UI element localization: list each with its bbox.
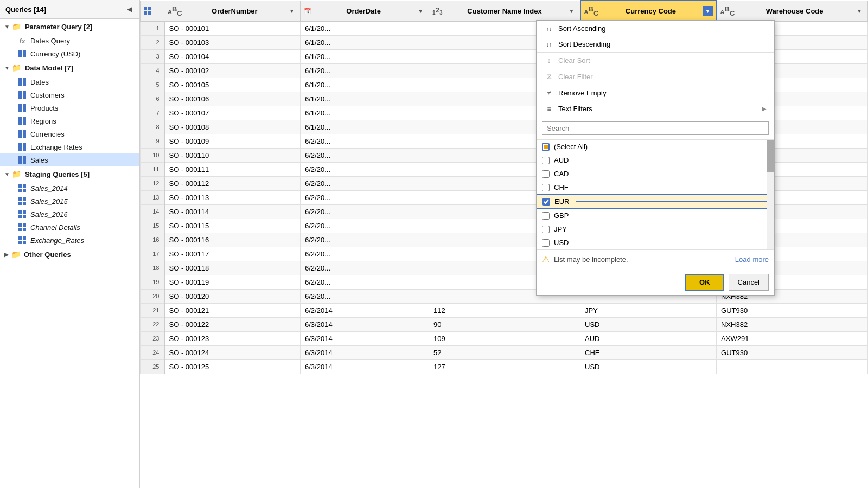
load-more-link[interactable]: Load more: [735, 255, 769, 264]
cell-warehouse: AXW291: [717, 331, 868, 345]
col-order-number-dropdown[interactable]: ▼: [287, 6, 297, 16]
sidebar-item-channel-details[interactable]: Channel Details: [0, 221, 139, 234]
table-icon-customers: [17, 90, 27, 100]
col-order-date-dropdown[interactable]: ▼: [416, 6, 425, 16]
checkbox-item-jpy[interactable]: JPY: [537, 222, 774, 236]
checkbox-item-cad[interactable]: CAD: [537, 167, 774, 181]
col-customer-name-index: 123 Customer Name Index ▼: [429, 1, 580, 21]
sort-descending-item[interactable]: Sort Descending: [537, 36, 774, 52]
cell-date: 6/2/20...: [301, 247, 429, 261]
sidebar-item-sales-2016[interactable]: Sales_2016: [0, 208, 139, 221]
select-all-checkbox[interactable]: [542, 143, 550, 151]
type-icon-ab-currency: ABC: [584, 5, 599, 17]
text-filters-item[interactable]: Text Filters ▶: [537, 101, 774, 117]
checkbox-item-eur[interactable]: EUR: [537, 194, 774, 209]
sidebar-group-header-parameter-query[interactable]: ▼ 📁 Parameter Query [2]: [0, 19, 139, 34]
sidebar-item-dates-query[interactable]: fx Dates Query: [0, 34, 139, 47]
cell-row-num: 3: [141, 49, 164, 63]
cell-cni: 127: [429, 359, 580, 374]
sort-ascending-item[interactable]: Sort Ascending: [537, 21, 774, 36]
filter-search-input[interactable]: [542, 121, 769, 135]
sort-ascending-label: Sort Ascending: [558, 24, 767, 33]
sidebar-item-sales[interactable]: Sales: [0, 153, 139, 166]
table-row: 22 SO - 000122 6/3/2014 90 USD NXH382: [141, 317, 868, 331]
sidebar-item-currency-usd[interactable]: Currency (USD): [0, 47, 139, 60]
sidebar-group-header-staging[interactable]: ▼ 📁 Staging Queries [5]: [0, 166, 139, 182]
sidebar-item-sales-2014[interactable]: Sales_2014: [0, 182, 139, 195]
checkbox-aud[interactable]: [542, 157, 550, 164]
text-filters-label: Text Filters: [558, 105, 758, 113]
cell-row-num: 19: [141, 275, 164, 289]
remove-empty-icon: ≠: [544, 89, 554, 97]
sidebar-item-products[interactable]: Products: [0, 101, 139, 114]
cell-row-num: 9: [141, 134, 164, 148]
checkbox-usd[interactable]: [542, 239, 550, 247]
sidebar-item-exchange-rates-staging[interactable]: Exchange_Rates: [0, 234, 139, 247]
clear-sort-label: Clear Sort: [558, 56, 767, 65]
sidebar-item-customers[interactable]: Customers: [0, 88, 139, 101]
scrollbar-thumb[interactable]: [767, 140, 774, 172]
table-icon-channel-details: [17, 222, 27, 232]
sidebar-item-dates[interactable]: Dates: [0, 75, 139, 88]
sidebar-item-label-dates-query: Dates Query: [30, 37, 70, 45]
table-row: 24 SO - 000124 6/3/2014 52 CHF GUT930: [141, 345, 868, 359]
scrollbar-track[interactable]: [767, 140, 774, 249]
sidebar-item-currencies[interactable]: Currencies: [0, 127, 139, 140]
cell-order: SO - 000113: [164, 190, 301, 204]
cell-row-num: 18: [141, 261, 164, 275]
cell-order: SO - 000122: [164, 317, 301, 331]
col-order-date: 📅 OrderDate ▼: [301, 1, 429, 21]
cell-date: 6/3/2014: [301, 359, 429, 374]
col-customer-name-index-dropdown[interactable]: ▼: [567, 6, 577, 16]
checkbox-eur[interactable]: [542, 198, 550, 206]
col-currency-code-dropdown[interactable]: ▼: [703, 6, 713, 16]
cancel-button[interactable]: Cancel: [729, 274, 769, 291]
cell-row-num: 25: [141, 359, 164, 374]
checkbox-item-gbp[interactable]: GBP: [537, 209, 774, 222]
checkbox-chf[interactable]: [542, 184, 550, 191]
sidebar-collapse-button[interactable]: ◀: [125, 4, 134, 14]
sort-descending-icon: [544, 41, 554, 48]
sidebar-item-sales-2015[interactable]: Sales_2015: [0, 195, 139, 208]
warning-text: List may be incomplete.: [554, 255, 731, 264]
group-label-staging: Staging Queries [5]: [25, 170, 90, 178]
cell-order: SO - 000117: [164, 247, 301, 261]
col-warehouse-code-dropdown[interactable]: ▼: [854, 6, 864, 16]
table-icon-currency: [17, 49, 27, 59]
cell-date: 6/2/20...: [301, 261, 429, 275]
checkbox-item-chf[interactable]: CHF: [537, 181, 774, 194]
checkbox-jpy[interactable]: [542, 226, 550, 233]
checkbox-list: (Select All) AUD CAD CHF EUR: [537, 140, 774, 249]
checkbox-gbp[interactable]: [542, 212, 550, 220]
remove-empty-item[interactable]: ≠ Remove Empty: [537, 85, 774, 101]
sidebar-group-header-data-model[interactable]: ▼ 📁 Data Model [7]: [0, 60, 139, 75]
remove-empty-label: Remove Empty: [558, 89, 767, 97]
sidebar-item-regions[interactable]: Regions: [0, 114, 139, 127]
cell-order: SO - 000112: [164, 176, 301, 190]
arrow-icon-staging: ▼: [4, 171, 10, 177]
cell-row-num: 8: [141, 120, 164, 134]
cell-row-num: 16: [141, 233, 164, 247]
sidebar-group-staging-queries: ▼ 📁 Staging Queries [5] Sales_2014 Sales…: [0, 166, 139, 247]
clear-sort-item: ↕ Clear Sort: [537, 53, 774, 68]
cell-order: SO - 000106: [164, 92, 301, 106]
checkbox-item-usd[interactable]: USD: [537, 236, 774, 249]
cell-order: SO - 000118: [164, 261, 301, 275]
col-customer-name-index-label: Customer Name Index: [444, 7, 564, 15]
checkbox-cad[interactable]: [542, 170, 550, 178]
cell-order: SO - 000105: [164, 78, 301, 92]
table-icon-sales-2014: [17, 183, 27, 193]
cell-order: SO - 000114: [164, 204, 301, 219]
col-currency-code-label: Currency Code: [601, 7, 700, 15]
group-label-data-model: Data Model [7]: [25, 64, 73, 72]
sidebar-item-label-dates: Dates: [30, 78, 49, 86]
select-all-item[interactable]: (Select All): [537, 140, 774, 153]
cell-cni: 109: [429, 331, 580, 345]
checkbox-item-aud[interactable]: AUD: [537, 153, 774, 167]
cell-cni: 52: [429, 345, 580, 359]
sidebar-group-header-other[interactable]: ▶ 📁 Other Queries: [0, 247, 139, 262]
table-row: 25 SO - 000125 6/3/2014 127 USD: [141, 359, 868, 374]
folder-icon: 📁: [12, 22, 22, 31]
ok-button[interactable]: OK: [685, 274, 724, 291]
sidebar-item-exchange-rates[interactable]: Exchange Rates: [0, 140, 139, 153]
